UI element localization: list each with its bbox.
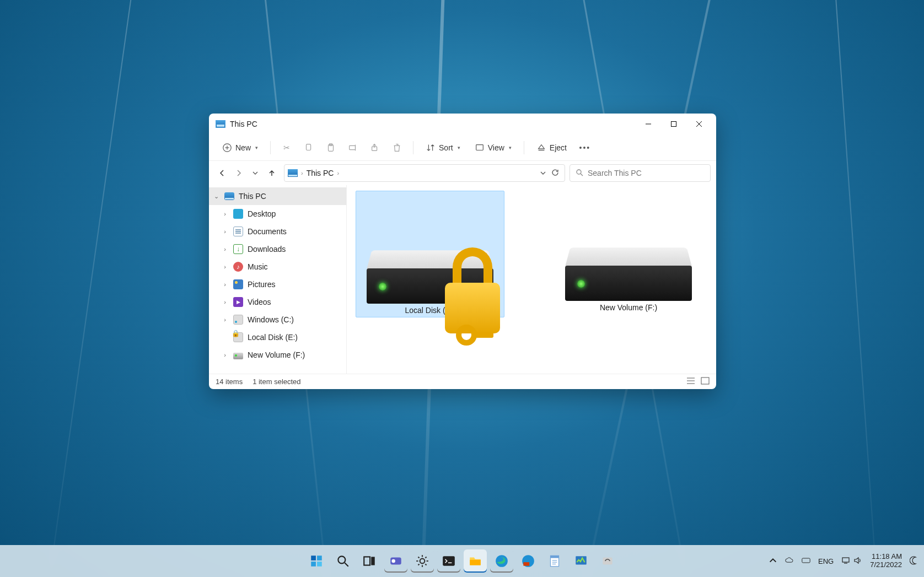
svg-point-25 bbox=[338, 556, 345, 563]
tree-item-label: This PC bbox=[239, 192, 266, 201]
clock[interactable]: 11:18 AM 7/21/2022 bbox=[870, 553, 902, 569]
refresh-button[interactable] bbox=[551, 169, 559, 178]
svg-rect-28 bbox=[371, 557, 375, 565]
chevron-right-icon[interactable]: › bbox=[221, 281, 229, 288]
minimize-button[interactable] bbox=[636, 115, 661, 133]
details-view-button[interactable] bbox=[686, 377, 695, 386]
lock-icon bbox=[439, 266, 500, 343]
view-button[interactable]: View ▾ bbox=[469, 139, 517, 156]
forward-button[interactable] bbox=[231, 165, 246, 181]
tree-item-new-volume-f-[interactable]: ›New Volume (F:) bbox=[209, 346, 346, 364]
svg-line-16 bbox=[581, 174, 583, 176]
network-volume-group[interactable] bbox=[841, 556, 862, 567]
titlebar[interactable]: This PC bbox=[209, 114, 716, 134]
new-button[interactable]: New ▾ bbox=[217, 139, 264, 156]
drive-tile-new-volume-f-[interactable]: New Volume (F:) bbox=[554, 191, 703, 317]
search-box[interactable] bbox=[570, 164, 711, 182]
tray-overflow-button[interactable] bbox=[769, 556, 777, 567]
chevron-down-icon: ▾ bbox=[509, 145, 512, 150]
tree-item-downloads[interactable]: ›↓Downloads bbox=[209, 240, 346, 258]
tree-item-this-pc[interactable]: ⌄This PC bbox=[209, 187, 346, 205]
svg-rect-38 bbox=[550, 556, 558, 558]
chevron-right-icon[interactable]: › bbox=[221, 228, 229, 235]
items-view[interactable]: Local Disk (E:)New Volume (F:) bbox=[347, 185, 716, 374]
tree-item-videos[interactable]: ›Videos bbox=[209, 293, 346, 311]
taskbar-task-view[interactable] bbox=[358, 549, 381, 573]
tree-item-label: Pictures bbox=[248, 280, 276, 289]
address-dropdown-button[interactable] bbox=[540, 169, 546, 178]
language-indicator[interactable]: ENG bbox=[818, 557, 834, 565]
copy-button[interactable] bbox=[299, 139, 318, 156]
tree-item-local-disk-e-[interactable]: Local Disk (E:) bbox=[209, 328, 346, 346]
status-selection: 1 item selected bbox=[253, 378, 300, 386]
chevron-right-icon[interactable]: › bbox=[221, 246, 229, 252]
sort-button[interactable]: Sort ▾ bbox=[420, 139, 466, 156]
tree-item-windows-c-[interactable]: ›Windows (C:) bbox=[209, 311, 346, 328]
pic-icon bbox=[233, 279, 243, 289]
clipboard-icon bbox=[326, 143, 336, 153]
large-icons-view-button[interactable] bbox=[701, 377, 710, 386]
sort-icon bbox=[426, 143, 436, 153]
taskbar-terminal[interactable] bbox=[437, 549, 460, 573]
vid-icon bbox=[233, 297, 243, 307]
up-button[interactable] bbox=[264, 165, 280, 181]
lock-icon bbox=[233, 332, 243, 342]
search-input[interactable] bbox=[588, 169, 705, 177]
chevron-right-icon[interactable]: › bbox=[221, 299, 229, 305]
tree-item-desktop[interactable]: ›Desktop bbox=[209, 205, 346, 223]
tree-item-label: Documents bbox=[248, 227, 287, 236]
close-button[interactable] bbox=[686, 115, 712, 133]
tree-item-label: Music bbox=[248, 262, 268, 271]
chevron-right-icon[interactable]: › bbox=[221, 316, 229, 323]
onedrive-icon[interactable] bbox=[785, 556, 794, 567]
tree-item-pictures[interactable]: ›Pictures bbox=[209, 276, 346, 293]
chevron-down-icon: ▾ bbox=[255, 145, 258, 150]
svg-rect-36 bbox=[523, 562, 529, 565]
paste-button[interactable] bbox=[321, 139, 340, 156]
svg-rect-13 bbox=[476, 144, 483, 150]
focus-assist-icon[interactable] bbox=[910, 556, 918, 567]
tree-item-label: Desktop bbox=[248, 209, 276, 218]
this-pc-icon bbox=[216, 120, 225, 128]
taskbar-start[interactable] bbox=[305, 549, 328, 573]
share-button[interactable] bbox=[366, 139, 384, 156]
system-tray[interactable]: ENG 11:18 AM 7/21/2022 bbox=[769, 553, 918, 569]
doc-icon bbox=[233, 227, 243, 236]
breadcrumb-this-pc[interactable]: This PC bbox=[307, 169, 334, 177]
tree-item-documents[interactable]: ›Documents bbox=[209, 223, 346, 240]
delete-button[interactable] bbox=[388, 139, 406, 156]
taskbar-settings[interactable] bbox=[411, 549, 434, 573]
taskbar-notepad[interactable] bbox=[543, 549, 566, 573]
svg-rect-1 bbox=[671, 122, 676, 127]
cut-button[interactable]: ✂ bbox=[277, 139, 296, 156]
keyboard-icon[interactable] bbox=[802, 556, 810, 567]
maximize-button[interactable] bbox=[661, 115, 686, 133]
drive-tile-local-disk-e-[interactable]: Local Disk (E:) bbox=[356, 191, 504, 317]
chevron-down-icon[interactable]: ⌄ bbox=[212, 193, 220, 200]
search-icon bbox=[576, 169, 583, 178]
taskbar-app-other[interactable] bbox=[596, 549, 619, 573]
rename-button[interactable] bbox=[343, 139, 362, 156]
back-button[interactable] bbox=[214, 165, 230, 181]
svg-rect-45 bbox=[842, 558, 849, 562]
more-button[interactable]: ••• bbox=[576, 139, 594, 156]
taskbar-search[interactable] bbox=[331, 549, 354, 573]
chevron-right-icon[interactable]: › bbox=[221, 263, 229, 270]
taskbar-edge-canary[interactable] bbox=[517, 549, 540, 573]
taskbar[interactable]: ENG 11:18 AM 7/21/2022 bbox=[0, 545, 924, 577]
tree-item-music[interactable]: ›Music bbox=[209, 258, 346, 276]
taskbar-edge[interactable] bbox=[490, 549, 513, 573]
eject-button[interactable]: Eject bbox=[531, 139, 572, 156]
share-icon bbox=[370, 143, 380, 153]
navigation-tree[interactable]: ⌄This PC›Desktop›Documents›↓Downloads›Mu… bbox=[209, 185, 347, 374]
taskbar-file-explorer[interactable] bbox=[464, 549, 487, 573]
taskbar-teams[interactable] bbox=[384, 549, 407, 573]
svg-point-34 bbox=[496, 555, 508, 567]
recent-locations-button[interactable] bbox=[248, 165, 263, 181]
dl-icon: ↓ bbox=[233, 244, 243, 254]
chevron-right-icon[interactable]: › bbox=[221, 352, 229, 358]
address-bar[interactable]: › This PC › bbox=[284, 164, 565, 182]
chevron-right-icon[interactable]: › bbox=[221, 211, 229, 217]
drive-icon bbox=[358, 193, 502, 304]
taskbar-task-manager[interactable] bbox=[570, 549, 593, 573]
